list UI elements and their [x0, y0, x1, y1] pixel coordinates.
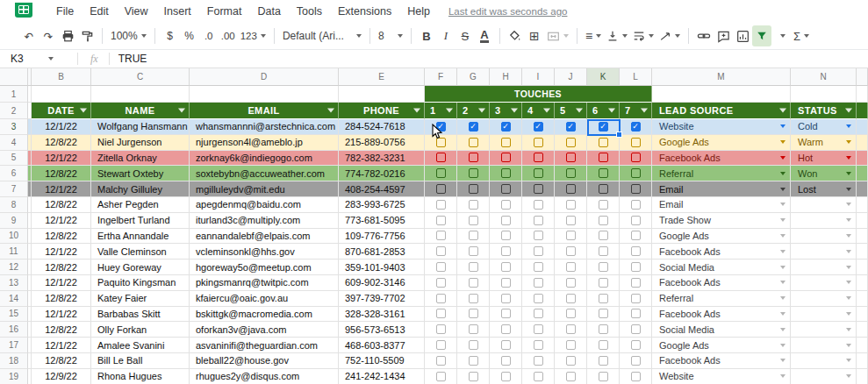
- checkbox-unchecked-icon[interactable]: [469, 231, 478, 240]
- name-cell[interactable]: Ingelbert Turland: [91, 213, 190, 229]
- status-cell[interactable]: [791, 307, 857, 323]
- touch-7-cell[interactable]: [425, 197, 457, 213]
- dropdown-icon[interactable]: [780, 172, 786, 175]
- touch-4-cell[interactable]: [522, 260, 555, 275]
- touch-6-cell[interactable]: [457, 197, 490, 213]
- row-number[interactable]: 7: [0, 181, 28, 197]
- row-number[interactable]: 18: [0, 353, 28, 369]
- lead-source-cell[interactable]: Email: [652, 197, 791, 213]
- date-cell[interactable]: 12/1/22: [32, 338, 91, 353]
- text-color-button[interactable]: A: [475, 25, 494, 46]
- touch-7-cell[interactable]: [425, 181, 457, 197]
- touch-5-cell[interactable]: [490, 197, 522, 213]
- dropdown-icon[interactable]: [780, 203, 786, 206]
- checkbox-unchecked-icon[interactable]: [631, 246, 641, 256]
- dropdown-icon[interactable]: [846, 250, 851, 253]
- menu-item-file[interactable]: File: [48, 3, 82, 20]
- cell-c1[interactable]: [91, 86, 190, 103]
- name-cell[interactable]: Zitella Orknay: [91, 151, 190, 167]
- checkbox-unchecked-icon[interactable]: [599, 324, 608, 334]
- dropdown-icon[interactable]: [846, 374, 851, 378]
- filter-dropdown-icon[interactable]: [327, 109, 334, 113]
- checkbox-unchecked-icon[interactable]: [631, 184, 641, 194]
- checkbox-unchecked-icon[interactable]: [469, 246, 478, 256]
- touch-5-cell[interactable]: [490, 353, 522, 369]
- status-cell[interactable]: Warm: [791, 135, 857, 151]
- checkbox-unchecked-icon[interactable]: [631, 324, 641, 334]
- touch-6-cell[interactable]: [457, 244, 490, 260]
- checkbox-unchecked-icon[interactable]: [566, 309, 576, 318]
- phone-cell[interactable]: 752-110-5509: [339, 353, 425, 369]
- touch-3-cell[interactable]: [555, 197, 587, 213]
- email-cell[interactable]: zorknay6k@indiegogo.com: [190, 151, 339, 167]
- checkbox-unchecked-icon[interactable]: [599, 278, 608, 288]
- date-cell[interactable]: 12/8/22: [32, 291, 91, 307]
- strikethrough-button[interactable]: S: [456, 25, 475, 46]
- row-number[interactable]: 3: [0, 119, 28, 135]
- dropdown-icon[interactable]: [846, 296, 851, 300]
- checkbox-unchecked-icon[interactable]: [534, 153, 543, 162]
- filter-dropdown-icon[interactable]: [511, 109, 518, 113]
- phone-cell[interactable]: 870-681-2853: [339, 244, 425, 260]
- touch-2-cell[interactable]: [587, 181, 620, 197]
- checkbox-unchecked-icon[interactable]: [436, 168, 446, 178]
- borders-button[interactable]: ⊞: [525, 25, 544, 46]
- touch-5-cell[interactable]: [490, 307, 522, 323]
- phone-cell[interactable]: 609-902-3146: [339, 275, 425, 291]
- touch-7-cell[interactable]: [425, 135, 457, 151]
- status-cell[interactable]: [791, 275, 857, 291]
- text-wrap-button[interactable]: [630, 25, 656, 46]
- dropdown-icon[interactable]: [846, 344, 851, 347]
- name-cell[interactable]: Niel Jurgenson: [91, 135, 190, 151]
- touch-7-cell[interactable]: [425, 291, 457, 307]
- touch-5-cell[interactable]: [490, 181, 522, 197]
- date-cell[interactable]: 12/1/22: [32, 307, 91, 323]
- zoom-select[interactable]: 100%: [108, 25, 149, 46]
- checkbox-unchecked-icon[interactable]: [469, 216, 478, 225]
- checkbox-unchecked-icon[interactable]: [501, 200, 511, 210]
- touch-3-cell[interactable]: [555, 369, 587, 384]
- checkbox-unchecked-icon[interactable]: [599, 262, 608, 272]
- touch-4-cell[interactable]: [522, 338, 555, 353]
- touch-1-cell[interactable]: [620, 260, 652, 275]
- touch-2-cell[interactable]: [587, 353, 620, 369]
- name-cell[interactable]: Stewart Oxteby: [91, 166, 190, 181]
- touch-7-cell[interactable]: [425, 244, 457, 260]
- touch-6-cell[interactable]: ✓: [457, 119, 490, 135]
- bold-button[interactable]: B: [417, 25, 436, 46]
- checkbox-unchecked-icon[interactable]: [469, 262, 478, 272]
- checkbox-unchecked-icon[interactable]: [631, 372, 641, 381]
- touch-1-cell[interactable]: [620, 369, 652, 384]
- row-number[interactable]: 15: [0, 307, 28, 323]
- checkbox-unchecked-icon[interactable]: [469, 309, 478, 318]
- status-cell[interactable]: [791, 197, 857, 213]
- row-number[interactable]: 11: [0, 244, 28, 260]
- touch-4-cell[interactable]: ✓: [522, 119, 555, 135]
- checkbox-unchecked-icon[interactable]: [599, 294, 608, 303]
- checkbox-unchecked-icon[interactable]: [566, 184, 576, 194]
- italic-button[interactable]: I: [436, 25, 456, 46]
- cell-b1[interactable]: [32, 86, 91, 103]
- filter-dropdown-icon[interactable]: [446, 109, 453, 113]
- touch-3-cell[interactable]: [555, 291, 587, 307]
- name-box[interactable]: K3: [0, 50, 77, 68]
- touch-7-cell[interactable]: [425, 338, 457, 353]
- touch-3-cell[interactable]: [555, 260, 587, 275]
- column-letter-b[interactable]: B: [32, 68, 91, 86]
- cell-o1[interactable]: [857, 86, 868, 103]
- column-letter-i[interactable]: I: [522, 68, 555, 86]
- checkbox-unchecked-icon[interactable]: [566, 138, 576, 147]
- checkbox-unchecked-icon[interactable]: [534, 246, 543, 256]
- touch-1-cell[interactable]: [620, 307, 652, 323]
- checkbox-unchecked-icon[interactable]: [469, 340, 478, 350]
- text-rotation-button[interactable]: [656, 25, 683, 46]
- checkbox-unchecked-icon[interactable]: [436, 216, 446, 225]
- name-cell[interactable]: Huey Goreway: [91, 260, 190, 275]
- checkbox-unchecked-icon[interactable]: [501, 372, 511, 381]
- phone-cell[interactable]: 109-776-7756: [339, 229, 425, 245]
- header-touch-1[interactable]: 1: [425, 103, 457, 119]
- phone-cell[interactable]: 468-603-8377: [339, 338, 425, 353]
- column-letter-e[interactable]: E: [339, 68, 425, 86]
- formula-input[interactable]: TRUE: [110, 53, 147, 65]
- checkbox-unchecked-icon[interactable]: [501, 216, 511, 225]
